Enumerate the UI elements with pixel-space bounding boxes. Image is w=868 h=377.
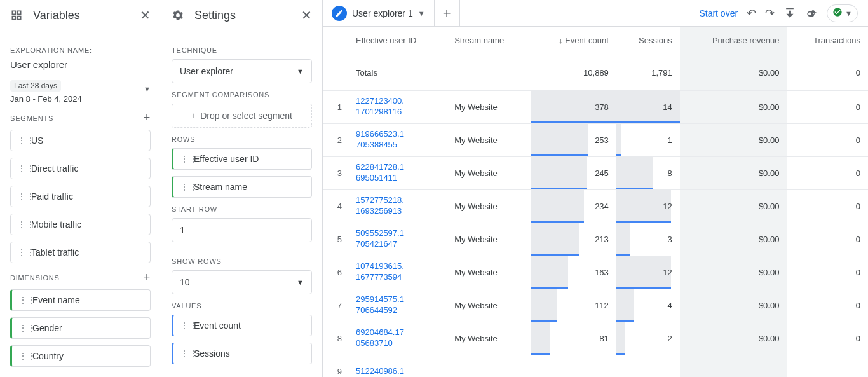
- col-transactions[interactable]: Transactions: [787, 27, 868, 55]
- stream-name: My Website: [447, 322, 531, 355]
- transactions-cell: 0: [787, 322, 868, 355]
- stream-name: [447, 355, 531, 377]
- user-id-link[interactable]: 509552597.1705421647: [348, 223, 447, 256]
- revenue-cell: $0.00: [680, 156, 787, 189]
- user-id-link[interactable]: 69204684.1705683710: [348, 322, 447, 355]
- sessions-cell: 2: [616, 322, 680, 355]
- user-id-link[interactable]: 512240986.1: [348, 355, 447, 377]
- chip-label: Sessions: [194, 348, 230, 359]
- event-count-cell: 245: [531, 156, 616, 189]
- variables-title: Variables: [33, 9, 140, 22]
- date-range-picker[interactable]: Last 28 days Jan 8 - Feb 4, 2024 ▼: [10, 80, 151, 104]
- revenue-cell: $0.00: [680, 223, 787, 256]
- col-revenue[interactable]: Purchase revenue: [680, 27, 787, 55]
- segment-chip[interactable]: ⋮⋮Mobile traffic: [10, 214, 151, 235]
- stream-name: My Website: [447, 223, 531, 256]
- col-event-count[interactable]: Event count: [531, 27, 616, 55]
- start-over-link[interactable]: Start over: [699, 8, 738, 18]
- technique-select[interactable]: User explorer ▼: [172, 59, 312, 83]
- status-pill[interactable]: ▼: [827, 4, 858, 22]
- add-tab-button[interactable]: +: [435, 0, 460, 26]
- download-icon[interactable]: [783, 6, 796, 20]
- plus-icon: +: [191, 111, 196, 121]
- segment-chip[interactable]: ⋮⋮US: [10, 130, 151, 151]
- undo-icon[interactable]: ↶: [747, 6, 756, 20]
- table-row: 9 512240986.1: [323, 355, 868, 377]
- row-chip[interactable]: ⋮⋮Effective user ID: [172, 148, 312, 170]
- dimensions-list: ⋮⋮Event name⋮⋮Gender⋮⋮Country: [10, 289, 151, 367]
- user-id-link[interactable]: 919666523.1705388455: [348, 123, 447, 156]
- sessions-cell: 12: [616, 189, 680, 223]
- event-count-cell: 81: [531, 322, 616, 355]
- chevron-down-icon: ▼: [297, 67, 304, 75]
- col-stream[interactable]: Stream name: [447, 27, 531, 55]
- event-count-cell: 253: [531, 123, 616, 156]
- segments-list: ⋮⋮US⋮⋮Direct traffic⋮⋮Paid traffic⋮⋮Mobi…: [10, 130, 151, 263]
- show-rows-select[interactable]: 10 ▼: [172, 270, 312, 294]
- dimension-chip[interactable]: ⋮⋮Event name: [10, 289, 151, 311]
- revenue-cell: [680, 355, 787, 377]
- row-chip[interactable]: ⋮⋮Stream name: [172, 176, 312, 198]
- user-id-link[interactable]: 1074193615.1677773594: [348, 256, 447, 289]
- date-range-value: Jan 8 - Feb 4, 2024: [10, 94, 151, 104]
- row-number: 4: [323, 189, 348, 223]
- segment-chip[interactable]: ⋮⋮Direct traffic: [10, 158, 151, 179]
- transactions-cell: 0: [787, 223, 868, 256]
- totals-sessions: 1,791: [616, 55, 680, 90]
- col-sessions[interactable]: Sessions: [616, 27, 680, 55]
- row-number: 7: [323, 289, 348, 322]
- grip-icon: ⋮⋮: [17, 248, 26, 257]
- start-row-input[interactable]: [172, 218, 312, 242]
- value-chip[interactable]: ⋮⋮Sessions: [172, 343, 312, 364]
- add-dimension-icon[interactable]: +: [144, 271, 151, 284]
- col-user-id[interactable]: Effective user ID: [348, 27, 447, 55]
- table-header-row: Effective user ID Stream name Event coun…: [323, 27, 868, 55]
- rows-chip-list: ⋮⋮Effective user ID⋮⋮Stream name: [172, 148, 312, 198]
- revenue-cell: $0.00: [680, 123, 787, 156]
- table-wrap[interactable]: Effective user ID Stream name Event coun…: [323, 27, 868, 377]
- date-range-label: Last 28 days: [10, 80, 61, 92]
- redo-icon[interactable]: ↷: [765, 6, 775, 20]
- edit-icon: [332, 6, 347, 21]
- user-id-link[interactable]: 1572775218.1693256913: [348, 189, 447, 223]
- drop-segment-target[interactable]: + Drop or select segment: [172, 104, 312, 128]
- sessions-cell: [616, 355, 680, 377]
- row-number: 3: [323, 156, 348, 189]
- row-number: 9: [323, 355, 348, 377]
- value-chip[interactable]: ⋮⋮Event count: [172, 315, 312, 336]
- tab-user-explorer[interactable]: User explorer 1 ▼: [323, 0, 435, 26]
- user-id-link[interactable]: 295914575.1706644592: [348, 289, 447, 322]
- transactions-cell: 0: [787, 256, 868, 289]
- event-count-cell: [531, 355, 616, 377]
- show-rows-label: SHOW ROWS: [172, 257, 312, 265]
- exploration-name[interactable]: User explorer: [10, 59, 151, 70]
- variables-icon: [10, 9, 28, 22]
- event-count-cell: 112: [531, 289, 616, 322]
- grip-icon: ⋮⋮: [18, 324, 27, 332]
- start-row-label: START ROW: [172, 205, 312, 213]
- gear-icon: [172, 9, 189, 22]
- dimension-chip[interactable]: ⋮⋮Country: [10, 345, 151, 367]
- user-id-link[interactable]: 1227123400.1701298116: [348, 90, 447, 123]
- sessions-cell: 4: [616, 289, 680, 322]
- close-icon[interactable]: ✕: [140, 8, 151, 23]
- settings-header: Settings ✕: [161, 0, 322, 31]
- user-id-link[interactable]: 622841728.1695051411: [348, 156, 447, 189]
- rows-label: ROWS: [172, 135, 312, 143]
- dimension-chip[interactable]: ⋮⋮Gender: [10, 317, 151, 339]
- toolbar-right: Start over ↶ ↷ ▼: [689, 4, 868, 22]
- table-row: 4 1572775218.1693256913 My Website 234 1…: [323, 189, 868, 223]
- stream-name: My Website: [447, 90, 531, 123]
- share-icon[interactable]: [805, 6, 818, 20]
- variables-panel: Variables ✕ EXPLORATION NAME: User explo…: [0, 0, 161, 377]
- add-segment-icon[interactable]: +: [144, 111, 151, 125]
- segment-chip[interactable]: ⋮⋮Tablet traffic: [10, 242, 151, 263]
- segment-chip[interactable]: ⋮⋮Paid traffic: [10, 186, 151, 207]
- revenue-cell: $0.00: [680, 189, 787, 223]
- transactions-cell: 0: [787, 156, 868, 189]
- grip-icon: ⋮⋮: [180, 154, 189, 163]
- stream-name: My Website: [447, 256, 531, 289]
- row-number: 6: [323, 256, 348, 289]
- close-icon[interactable]: ✕: [301, 8, 312, 23]
- totals-label: Totals: [348, 55, 447, 90]
